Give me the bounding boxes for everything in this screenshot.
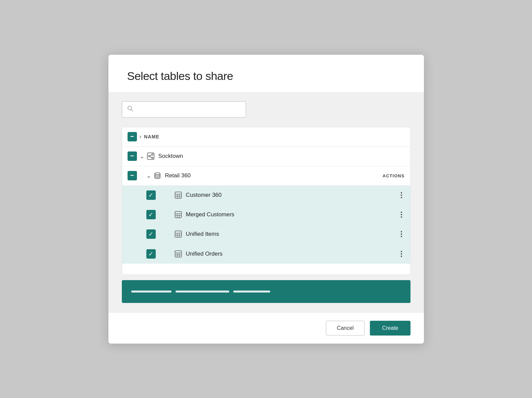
customer360-row: ✓ Customer 360	[122, 186, 410, 205]
svg-rect-19	[175, 231, 181, 237]
search-icon	[127, 105, 134, 114]
socktown-minus-button[interactable]: −	[128, 151, 137, 161]
unified-items-checkbox[interactable]: ✓	[146, 229, 156, 239]
merged-customers-actions-button[interactable]	[398, 210, 405, 219]
merged-customers-label: Merged Customers	[186, 211, 398, 218]
unified-items-row: ✓ Unified Items	[122, 225, 410, 244]
customer360-actions-button[interactable]	[398, 191, 405, 200]
dialog-header: Select tables to share	[108, 55, 424, 92]
dialog-body: − › NAME − ⌄ Socktow	[108, 92, 424, 312]
dialog-title: Select tables to share	[127, 70, 405, 83]
retail360-label: Retail 360	[165, 172, 383, 179]
socktown-row: − ⌄ Socktown	[122, 147, 410, 166]
name-header-row: − › NAME	[122, 127, 410, 147]
unified-orders-actions-button[interactable]	[398, 250, 405, 258]
svg-line-6	[150, 155, 152, 156]
db-icon	[154, 172, 161, 179]
svg-rect-9	[175, 192, 181, 198]
unified-orders-label: Unified Orders	[186, 251, 398, 257]
name-column-header: NAME	[144, 134, 404, 139]
progress-bar-row	[122, 280, 410, 303]
create-button[interactable]: Create	[370, 321, 410, 336]
svg-rect-14	[175, 212, 181, 218]
svg-point-8	[155, 173, 160, 175]
svg-line-1	[131, 109, 133, 111]
customer360-checkbox[interactable]: ✓	[146, 190, 156, 200]
search-container	[122, 101, 246, 118]
collapse-all-button[interactable]: −	[128, 132, 137, 141]
cancel-button[interactable]: Cancel	[326, 321, 365, 336]
table-list: − › NAME − ⌄ Socktow	[122, 127, 410, 275]
socktown-label: Socktown	[158, 153, 405, 160]
svg-point-4	[148, 156, 149, 157]
progress-seg-1	[131, 291, 172, 293]
unified-orders-checkbox[interactable]: ✓	[146, 249, 156, 259]
table-icon	[175, 230, 182, 238]
select-tables-dialog: Select tables to share − › NAME −	[108, 55, 424, 344]
customer360-label: Customer 360	[186, 192, 398, 198]
retail360-chevron-down-icon[interactable]: ⌄	[146, 172, 151, 179]
svg-rect-24	[175, 251, 181, 257]
retail360-minus-button[interactable]: −	[128, 171, 137, 180]
progress-seg-3	[233, 291, 270, 293]
table-icon	[175, 191, 182, 199]
socktown-chevron-down-icon[interactable]: ⌄	[140, 153, 144, 160]
chevron-right-icon[interactable]: ›	[140, 133, 142, 140]
table-icon	[175, 250, 182, 258]
progress-seg-2	[176, 291, 229, 293]
retail360-row: − ⌄ Retail 360 ACTIONS	[122, 166, 410, 186]
progress-segments	[131, 291, 270, 293]
svg-line-7	[150, 157, 152, 158]
actions-column-header: ACTIONS	[383, 173, 405, 178]
merged-customers-checkbox[interactable]: ✓	[146, 210, 156, 219]
svg-point-5	[151, 157, 153, 159]
table-icon	[175, 211, 182, 218]
unified-items-label: Unified Items	[186, 231, 398, 237]
merged-customers-row: ✓ Merged Customers	[122, 205, 410, 225]
search-input[interactable]	[137, 106, 241, 113]
svg-point-3	[151, 154, 153, 155]
dialog-footer: Cancel Create	[108, 312, 424, 344]
unified-orders-row: ✓ Unified Orders	[122, 244, 410, 264]
unified-items-actions-button[interactable]	[398, 230, 405, 238]
share-icon	[147, 152, 154, 160]
